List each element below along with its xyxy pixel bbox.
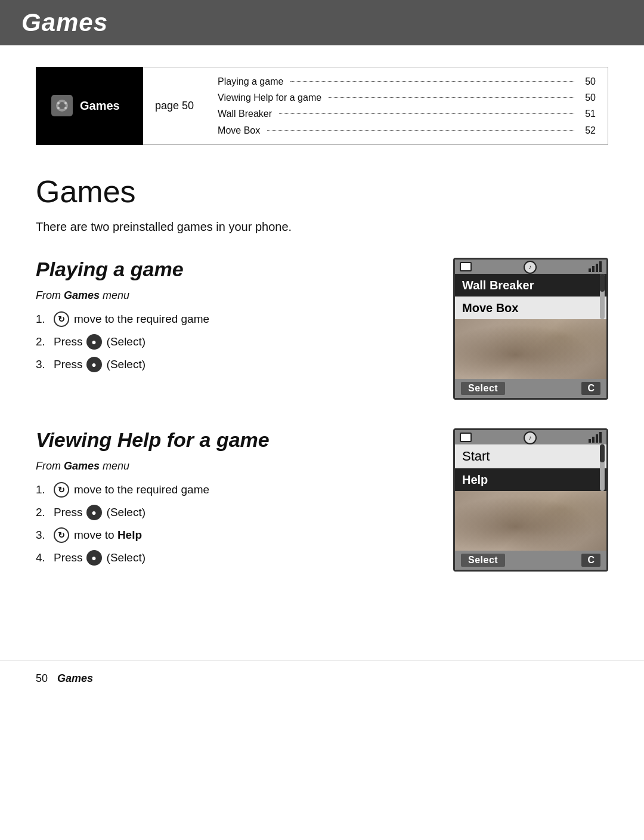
menu-item-move-box-text: Move Box [462,301,518,314]
header-title: Games [21,8,108,36]
page-heading: Games [36,174,608,209]
select-icon-4: ● [86,550,102,566]
signal-bar-2-4 [599,432,602,443]
signal-bar-4 [599,261,602,272]
step-2-3: 3. ↻ move to Help [36,524,429,546]
signal-bar-2 [592,266,595,272]
step-2-2: 2. Press ● (Select) [36,501,429,524]
step-1-2-suffix: (Select) [107,331,145,353]
toc-entry-2-page: 50 [581,89,596,106]
phone-status-bar-2: ♪ [455,430,606,444]
phone-signal-icon [589,261,602,272]
step-1-3-text: Press [54,353,83,376]
select-icon-1: ● [86,334,102,350]
phone-screenshot-1: ♪ Wall Breaker Move Box [453,258,608,400]
nav-icon-1: ↻ [54,311,69,327]
phone-status-center-2: ♪ [524,430,537,444]
toc-page-label: page 50 [155,100,194,112]
phone-softkey-bar-1: Select C [455,379,606,398]
softkey-select-2: Select [461,554,505,567]
step-1-3-suffix: (Select) [107,353,145,376]
phone-menu-area-2: Start Help [455,444,606,492]
section-playing: Playing a game From Games menu 1. ↻ move… [36,258,608,400]
phone-scroll-bar-2 [600,444,605,492]
section-viewing-help-heading: Viewing Help for a game [36,428,429,452]
toc-entry-3: Wall Breaker 51 [218,106,596,122]
toc-entry-1-page: 50 [581,73,596,89]
step-1-3-num: 3. [36,353,50,376]
phone-game-image-1 [455,319,606,379]
page-footer: 50 Games [0,660,644,697]
status-icon-ring: ♪ [524,261,537,274]
step-2-4-suffix: (Select) [107,546,145,569]
step-2-1: 1. ↻ move to the required game [36,478,429,501]
step-2-4: 4. Press ● (Select) [36,546,429,569]
header-banner: Games [0,0,644,45]
toc-entry-3-page: 51 [581,106,596,122]
phone-signal-icon-2 [589,432,602,443]
status-icon-battery-2 [460,433,472,442]
signal-bar-1 [589,268,591,272]
section-viewing-help-from-menu: From Games menu [36,460,429,472]
phone-screen-2: ♪ Start Help [453,428,608,572]
section-viewing-help: Viewing Help for a game From Games menu … [36,428,608,572]
toc-entry-2-text: Viewing Help for a game [218,89,321,106]
toc-icon-label: Games [80,99,120,113]
step-1-1-num: 1. [36,308,50,331]
step-1-3: 3. Press ● (Select) [36,353,429,376]
select-icon-3: ● [86,505,102,520]
nav-icon-2: ↻ [54,482,69,498]
phone-status-left-1 [460,262,472,271]
step-1-2-num: 2. [36,331,50,353]
toc-dots-3 [279,106,574,114]
svg-point-4 [64,102,67,104]
phone-scroll-bar-1 [600,274,605,319]
footer-label: Games [57,672,93,685]
status-icon-battery [460,262,472,271]
phone-scroll-thumb-1 [600,274,605,292]
menu-item-wall-breaker-text: Wall Breaker [462,279,534,292]
menu-item-start-text: Start [462,449,490,464]
step-2-2-text: Press [54,501,83,524]
softkey-c-1: C [581,382,600,395]
phone-game-image-2 [455,491,606,551]
phone-menu-item-help: Help [455,468,606,491]
section-viewing-help-text: Viewing Help for a game From Games menu … [36,428,429,569]
toc-entry-3-text: Wall Breaker [218,106,272,122]
phone-status-left-2 [460,433,472,442]
step-2-3-text: move to Help [74,524,142,546]
step-1-1: 1. ↻ move to the required game [36,308,429,331]
phone-menu-item-start: Start [455,444,606,469]
phone-menu-item-wall-breaker: Wall Breaker [455,274,606,297]
step-1-2-text: Press [54,331,83,353]
phone-softkey-bar-2: Select C [455,551,606,570]
toc-dots-1 [290,73,574,82]
step-2-1-text: move to the required game [74,478,209,501]
step-1-1-text: move to the required game [74,308,209,331]
phone-menu-item-move-box: Move Box [455,297,606,319]
signal-bar-2-3 [596,434,598,443]
phone-scroll-thumb-2 [600,444,605,462]
softkey-select-1: Select [461,382,505,395]
step-2-3-num: 3. [36,524,50,546]
status-icon-ring-2: ♪ [524,431,537,444]
softkey-c-2: C [581,554,600,567]
toc-dots-4 [267,122,574,131]
step-2-2-num: 2. [36,501,50,524]
select-icon-2: ● [86,357,102,372]
phone-menu-area-1: Wall Breaker Move Box [455,274,606,319]
footer-page-num: 50 [36,672,48,685]
toc-icon-box: Games [36,67,143,145]
section-playing-heading: Playing a game [36,258,429,281]
signal-bar-2-2 [592,437,595,443]
toc-entry-2: Viewing Help for a game 50 [218,89,596,106]
step-2-2-suffix: (Select) [107,501,145,524]
toc-entry-4-text: Move Box [218,122,260,138]
phone-status-bar-1: ♪ [455,260,606,274]
step-2-4-text: Press [54,546,83,569]
signal-bar-3 [596,264,598,272]
main-content: Games page 50 Playing a game 50 Viewing … [0,45,644,636]
svg-point-3 [57,102,60,104]
toc-entry-1: Playing a game 50 [218,73,596,89]
section-playing-steps: 1. ↻ move to the required game 2. Press … [36,308,429,376]
